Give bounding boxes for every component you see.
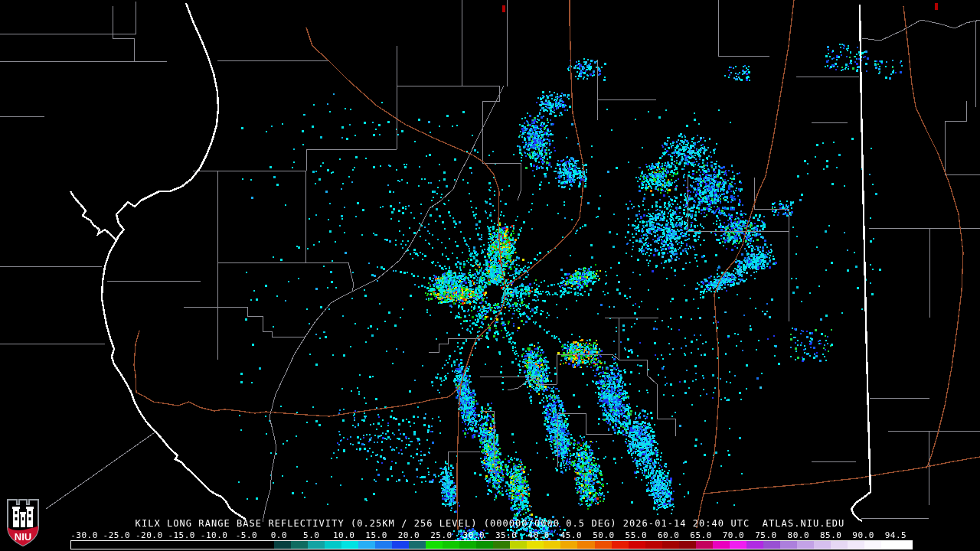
road-line <box>903 6 963 468</box>
colorbar-tick-label: 80.0 <box>788 530 810 540</box>
state-border-line <box>70 191 116 240</box>
colorbar-tick-label: 0.0 <box>271 530 287 540</box>
niu-logo-text: NIU <box>15 531 31 543</box>
colorbar-tick-label: 5.0 <box>303 530 319 540</box>
colorbar-tick-label: 70.0 <box>723 530 745 540</box>
colorbar-tick-label: 85.0 <box>820 530 842 540</box>
colorbar-scale <box>70 540 913 549</box>
colorbar-tick-labels: -30.0-25.0-20.0-15.0-10.0-5.00.05.010.01… <box>0 530 980 539</box>
colorbar-tick-label: -5.0 <box>236 530 258 540</box>
county-line <box>217 262 354 291</box>
county-line <box>46 431 157 509</box>
colorbar-tick-label: 55.0 <box>626 530 648 540</box>
colorbar-tick-label: 75.0 <box>755 530 777 540</box>
county-line <box>619 360 675 436</box>
colorbar-tick-label: -15.0 <box>168 530 195 540</box>
colorbar-tick-label: 25.0 <box>430 530 452 540</box>
state-border-line <box>102 3 246 520</box>
river-line <box>263 86 504 522</box>
colorbar-tick-label: -20.0 <box>136 530 163 540</box>
county-line <box>945 101 980 174</box>
colorbar-tick-label: 10.0 <box>333 530 355 540</box>
colorbar-tick-label: -25.0 <box>103 530 131 540</box>
county-line <box>557 354 619 360</box>
colorbar-tick-label: 60.0 <box>658 530 680 540</box>
county-line <box>481 411 494 467</box>
product-caption: KILX LONG RANGE BASE REFLECTIVITY (0.25K… <box>0 518 980 529</box>
colorbar-tick-label: 20.0 <box>398 530 420 540</box>
map-marker <box>935 3 938 10</box>
county-line <box>688 176 789 231</box>
road-line <box>704 457 980 494</box>
colorbar-tick-label: 50.0 <box>593 530 615 540</box>
county-line <box>429 338 482 352</box>
colorbar-tick-label: 90.0 <box>852 530 874 540</box>
county-line <box>480 377 557 384</box>
road-line <box>697 0 794 528</box>
county-line <box>184 307 305 337</box>
map-marker <box>502 5 505 12</box>
colorbar-tick-label: 15.0 <box>365 530 387 540</box>
county-line <box>557 413 612 434</box>
road-line <box>507 0 583 285</box>
county-line <box>0 2 136 34</box>
state-border-line <box>851 5 871 521</box>
radar-display: KILX LONG RANGE BASE REFLECTIVITY (0.25K… <box>0 0 980 551</box>
colorbar-tick-label: 65.0 <box>690 530 712 540</box>
colorbar-tick-label: 94.5 <box>885 530 907 540</box>
colorbar-tick-label: -10.0 <box>201 530 228 540</box>
river-line <box>508 378 536 390</box>
county-line <box>718 0 769 56</box>
colorbar-tick-label: 35.0 <box>495 530 518 540</box>
colorbar-tick-label: 40.0 <box>528 530 550 540</box>
county-line <box>482 86 521 201</box>
colorbar-tick-label: -30.0 <box>70 530 98 540</box>
river-line <box>862 20 980 41</box>
road-line <box>457 384 461 530</box>
road-line <box>134 285 505 416</box>
niu-logo: NIU <box>5 499 41 546</box>
county-line <box>754 178 789 321</box>
colorbar-tick-label: 45.0 <box>560 530 583 540</box>
road-line <box>306 28 505 285</box>
map-boundary-layer <box>0 0 980 551</box>
colorbar-tick-label: 30.0 <box>463 530 485 540</box>
